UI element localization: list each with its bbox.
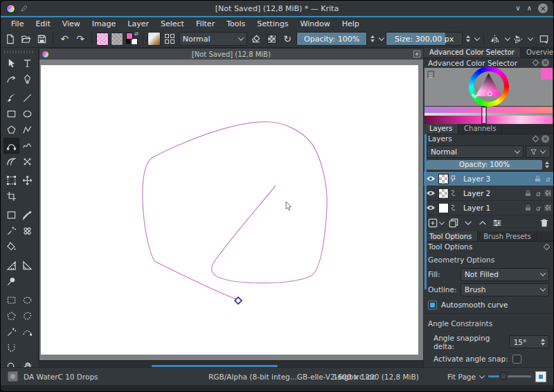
alpha-lock-icon[interactable]: α bbox=[534, 190, 542, 197]
menu-tools[interactable]: Tools bbox=[226, 19, 245, 28]
toolbox-grip[interactable] bbox=[4, 51, 35, 53]
layer-row-2[interactable]: Layer 2 α bbox=[424, 186, 553, 201]
layer-properties-button[interactable] bbox=[492, 218, 502, 228]
workspace-chooser-button[interactable] bbox=[537, 32, 551, 46]
menu-file[interactable]: File bbox=[11, 19, 24, 28]
layer-opacity-spinner[interactable] bbox=[544, 160, 551, 170]
menu-window[interactable]: Window bbox=[300, 19, 330, 28]
tool-fill[interactable] bbox=[3, 239, 19, 255]
tool-crop[interactable] bbox=[3, 188, 19, 204]
blending-mode-dropdown[interactable]: Normal bbox=[179, 32, 247, 46]
tool-move[interactable] bbox=[19, 172, 35, 188]
visibility-eye-icon[interactable] bbox=[426, 175, 436, 182]
tool-dynamic-brush[interactable] bbox=[3, 154, 19, 170]
tool-transform[interactable] bbox=[3, 172, 19, 188]
menu-select[interactable]: Select bbox=[161, 19, 184, 28]
layer-thumbnail[interactable] bbox=[438, 174, 449, 184]
lock-icon[interactable] bbox=[525, 204, 531, 211]
undo-button[interactable]: ↶ bbox=[57, 32, 71, 46]
float-docker-icon[interactable] bbox=[533, 60, 539, 66]
close-docker-icon[interactable]: × bbox=[542, 59, 549, 66]
tool-smart-patch[interactable] bbox=[19, 223, 35, 239]
chevron-down-icon[interactable] bbox=[379, 35, 384, 40]
tab-channels[interactable]: Channels bbox=[458, 124, 502, 134]
subwindow-titlebar[interactable]: [Not Saved] (12,8 MiB) bbox=[39, 48, 423, 60]
menu-settings[interactable]: Settings bbox=[257, 19, 288, 28]
menu-help[interactable]: Help bbox=[342, 19, 359, 28]
tool-edit-shapes[interactable] bbox=[3, 71, 19, 87]
tool-rect-select[interactable] bbox=[3, 292, 19, 308]
tab-tool-options[interactable]: Tool Options bbox=[424, 231, 478, 241]
tool-bezier-select[interactable] bbox=[19, 324, 35, 340]
tool-line[interactable] bbox=[19, 90, 35, 106]
zoom-slider-knob[interactable] bbox=[499, 372, 508, 380]
open-document-button[interactable] bbox=[19, 32, 33, 46]
layer-blending-mode-dropdown[interactable]: Normal bbox=[427, 145, 524, 158]
brush-preview-icon[interactable] bbox=[8, 371, 18, 382]
tool-color-sampler[interactable] bbox=[19, 207, 35, 223]
hue-ring[interactable] bbox=[469, 66, 509, 107]
float-docker-icon[interactable] bbox=[533, 136, 539, 143]
tool-freehand-select[interactable] bbox=[19, 308, 35, 324]
pattern-chooser-button[interactable] bbox=[111, 33, 123, 46]
reload-preset-button[interactable]: ↻ bbox=[280, 32, 294, 46]
opacity-slider[interactable]: Opacity: 100% bbox=[296, 32, 367, 46]
menu-layer[interactable]: Layer bbox=[127, 19, 149, 28]
swap-colors-icon[interactable]: ⇄ bbox=[134, 32, 138, 37]
new-document-button[interactable] bbox=[3, 32, 17, 46]
preserve-alpha-button[interactable] bbox=[265, 32, 278, 46]
add-layer-chevron-icon[interactable] bbox=[439, 220, 445, 225]
redo-button[interactable]: ↷ bbox=[73, 32, 87, 46]
visibility-eye-icon[interactable] bbox=[426, 204, 436, 211]
lock-icon[interactable] bbox=[535, 175, 541, 182]
layer-filter-button[interactable] bbox=[526, 145, 551, 158]
menu-view[interactable]: View bbox=[62, 19, 80, 28]
gradient-chooser-button[interactable] bbox=[96, 33, 109, 46]
chevron-down-icon[interactable] bbox=[528, 35, 533, 40]
angle-snap-checkbox[interactable] bbox=[512, 355, 521, 364]
eraser-mode-button[interactable] bbox=[249, 32, 263, 46]
zoom-mode-dropdown[interactable]: Fit Page bbox=[447, 373, 476, 381]
tool-ellipse[interactable] bbox=[19, 106, 35, 122]
chevron-down-icon[interactable] bbox=[474, 35, 480, 40]
close-button[interactable]: × bbox=[538, 3, 548, 13]
tool-colorize-mask[interactable] bbox=[3, 223, 19, 239]
tool-similar-color-select[interactable] bbox=[3, 324, 19, 340]
alpha-lock-icon[interactable]: α bbox=[544, 175, 551, 183]
choose-brush-preset-button[interactable] bbox=[163, 32, 177, 46]
tool-rectangle[interactable] bbox=[3, 106, 19, 122]
hue-shade-strip[interactable] bbox=[425, 107, 553, 113]
chevron-down-icon[interactable] bbox=[505, 35, 510, 40]
vertical-scrollbar[interactable] bbox=[425, 134, 427, 289]
inherit-alpha-icon[interactable] bbox=[544, 204, 551, 211]
tool-gradient[interactable] bbox=[3, 207, 19, 223]
move-layer-down-button[interactable] bbox=[463, 218, 473, 228]
lightness-strip[interactable] bbox=[425, 116, 553, 124]
tool-polyline[interactable] bbox=[19, 122, 35, 138]
save-button[interactable] bbox=[35, 32, 49, 46]
opacity-spinner[interactable] bbox=[369, 32, 376, 46]
menu-filter[interactable]: Filter bbox=[196, 19, 215, 28]
add-layer-button[interactable] bbox=[428, 218, 438, 228]
layer-thumbnail[interactable] bbox=[438, 188, 449, 199]
tool-multibrush[interactable] bbox=[19, 154, 35, 170]
selector-settings-icon[interactable] bbox=[427, 71, 434, 78]
chevron-down-icon[interactable] bbox=[479, 373, 485, 378]
tool-polygon[interactable] bbox=[3, 122, 19, 138]
tool-freehand-brush[interactable] bbox=[3, 90, 19, 106]
brush-size-slider[interactable]: Size: 300,00 px bbox=[386, 32, 463, 46]
reset-zoom-button[interactable] bbox=[535, 371, 546, 382]
layers-docker-header[interactable]: Layers × bbox=[424, 134, 553, 144]
color-history-strips[interactable] bbox=[425, 107, 553, 124]
menu-edit[interactable]: Edit bbox=[35, 19, 50, 28]
tab-brush-presets[interactable]: Brush Presets bbox=[478, 231, 537, 241]
tool-freehand-path[interactable] bbox=[19, 138, 35, 154]
menu-image[interactable]: Image bbox=[92, 19, 116, 28]
fill-dropdown[interactable]: Not Filled bbox=[461, 268, 549, 281]
inherit-alpha-icon[interactable] bbox=[544, 190, 551, 197]
tool-bezier-curve[interactable] bbox=[3, 138, 19, 154]
move-layer-up-button[interactable] bbox=[478, 218, 488, 228]
tool-ellipse-select[interactable] bbox=[19, 292, 35, 308]
duplicate-layer-button[interactable] bbox=[449, 218, 458, 228]
lock-icon[interactable] bbox=[525, 190, 531, 197]
